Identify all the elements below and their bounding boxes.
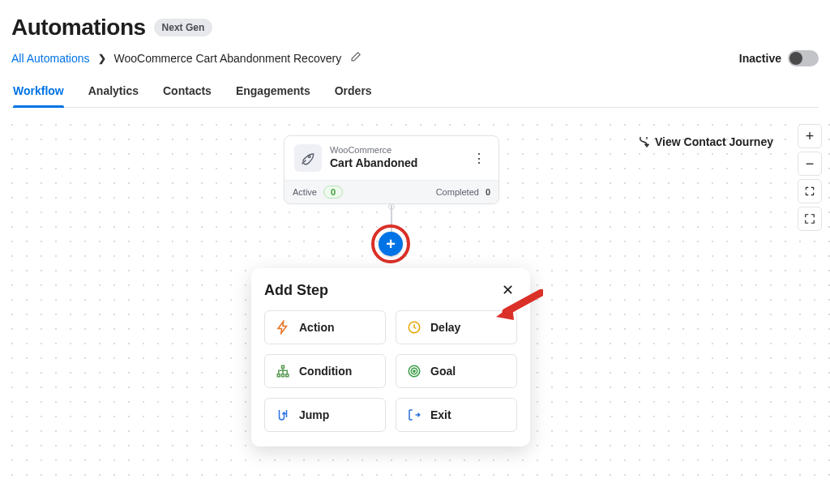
add-step-popup: Add Step ✕ Action Delay Condition: [251, 268, 530, 446]
svg-rect-5: [286, 374, 289, 377]
tab-orders[interactable]: Orders: [335, 78, 372, 107]
bolt-icon: [275, 319, 291, 335]
step-label: Exit: [430, 408, 451, 421]
journey-icon: [637, 135, 650, 148]
tab-contacts[interactable]: Contacts: [163, 78, 212, 107]
journey-link-label: View Contact Journey: [655, 135, 773, 148]
completed-count: 0: [486, 187, 490, 197]
fit-icon: [804, 186, 815, 197]
step-option-delay[interactable]: Delay: [396, 310, 517, 344]
popup-title: Add Step: [264, 282, 328, 299]
svg-rect-4: [282, 374, 285, 377]
step-label: Delay: [430, 321, 460, 334]
breadcrumb-root[interactable]: All Automations: [11, 52, 90, 65]
chevron-right-icon: ❯: [98, 53, 106, 64]
jump-icon: [275, 407, 291, 423]
svg-rect-3: [277, 374, 280, 377]
breadcrumb-current: WooCommerce Cart Abandonment Recovery: [114, 52, 342, 65]
edit-icon[interactable]: [349, 51, 362, 66]
step-option-exit[interactable]: Exit: [396, 398, 517, 432]
status-label: Inactive: [739, 52, 781, 65]
step-option-jump[interactable]: Jump: [264, 398, 386, 432]
active-label: Active: [293, 187, 317, 197]
nextgen-badge: Next Gen: [154, 19, 213, 36]
step-option-condition[interactable]: Condition: [264, 354, 386, 388]
breadcrumb: All Automations ❯ WooCommerce Cart Aband…: [11, 51, 362, 66]
svg-point-0: [308, 156, 310, 158]
target-icon: [406, 363, 422, 379]
step-option-action[interactable]: Action: [264, 310, 386, 344]
close-icon[interactable]: ✕: [498, 280, 517, 301]
step-label: Condition: [299, 365, 352, 378]
step-option-goal[interactable]: Goal: [396, 354, 517, 388]
zoom-in-button[interactable]: +: [798, 124, 822, 148]
completed-label: Completed: [436, 187, 479, 197]
tab-analytics[interactable]: Analytics: [88, 78, 139, 107]
status-toggle[interactable]: [788, 50, 819, 66]
branch-icon: [275, 363, 291, 379]
fullscreen-button[interactable]: [798, 207, 822, 231]
step-label: Action: [299, 321, 335, 334]
node-more-icon[interactable]: ⋮: [469, 149, 489, 168]
step-label: Jump: [299, 408, 329, 421]
clock-icon: [406, 319, 422, 335]
step-label: Goal: [430, 365, 456, 378]
page-title: Automations: [11, 15, 146, 41]
tab-workflow[interactable]: Workflow: [13, 78, 64, 107]
active-count: 0: [323, 186, 343, 199]
zoom-out-button[interactable]: −: [798, 152, 822, 176]
exit-icon: [406, 407, 422, 423]
svg-point-8: [413, 370, 415, 372]
workflow-canvas[interactable]: View Contact Journey + − WooCommerce Car…: [0, 113, 830, 479]
fit-view-button[interactable]: [798, 179, 822, 203]
svg-rect-2: [282, 365, 285, 368]
node-title: Cart Abandoned: [330, 156, 461, 171]
fullscreen-icon: [804, 213, 815, 224]
add-step-button[interactable]: +: [371, 224, 410, 263]
view-contact-journey-link[interactable]: View Contact Journey: [637, 135, 773, 148]
trigger-node[interactable]: WooCommerce Cart Abandoned ⋮ Active 0 Co…: [284, 135, 499, 204]
tab-engagements[interactable]: Engagements: [236, 78, 310, 107]
node-category: WooCommerce: [330, 145, 461, 156]
rocket-icon: [294, 144, 322, 172]
tabs: Workflow Analytics Contacts Engagements …: [11, 78, 819, 108]
